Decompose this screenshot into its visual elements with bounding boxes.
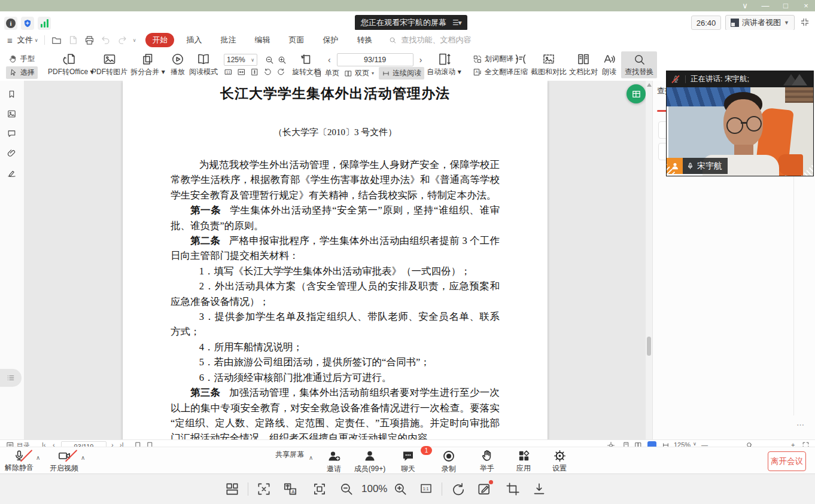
print-icon[interactable] [84,35,95,46]
open-folder-icon[interactable] [51,35,62,46]
fit-width-icon[interactable] [237,68,246,77]
banner-menu-icon[interactable]: ☰▾ [452,19,461,27]
actual-size-icon[interactable]: 1:1 [419,481,433,496]
pdf-to-office-button[interactable]: PDF转Office ▾ [48,52,91,77]
full-translate-button[interactable]: A 全文翻译 [473,67,513,77]
doc-compare-icon [576,52,591,66]
invite-button[interactable]: 邀请 [315,449,353,474]
meeting-security-button[interactable] [21,17,34,30]
settings-button[interactable]: 设置 [540,449,579,474]
record-button[interactable]: 录制 [430,449,468,474]
translate-icon[interactable]: A [282,481,298,497]
pdf-to-image-button[interactable]: PDF转图片 [91,52,128,77]
tab-edit[interactable]: 编辑 [248,33,276,47]
tab-annotate[interactable]: 批注 [214,33,242,47]
save-icon[interactable] [68,35,78,45]
pdf-viewport[interactable]: 长江大学学生集体外出活动管理办法 （长大学字〔2010〕3 号文件） 为规范我校… [24,81,652,439]
window-minimize-icon[interactable]: — [760,0,771,11]
rotate-right-icon[interactable] [276,68,285,77]
share-options-chevron[interactable]: ∧ [309,454,313,461]
comment-panel-icon[interactable] [7,129,17,139]
video-panel-header[interactable]: 正在讲话: 宋宇航; [667,71,813,87]
view-mode-button[interactable]: 演讲者视图 ▼ [725,15,795,30]
hand-tool-button[interactable]: 手型 [8,54,35,64]
read-aloud-button[interactable]: 朗读 [598,52,620,77]
chevron-down-icon[interactable]: ∨ [133,38,136,43]
window-collapse-icon[interactable]: ∨ [740,0,750,11]
continuous-read-button[interactable]: 连续阅读 [379,67,424,80]
command-search-box[interactable]: 查找功能、文档内容 [388,35,471,45]
window-maximize-icon[interactable]: □ [780,0,791,11]
zoom-out-icon[interactable] [264,55,275,65]
file-menu[interactable]: 文件 ∨ [17,35,38,45]
more-dots-icon[interactable]: ⋯ [796,420,805,429]
pdf-page[interactable]: 长江大学学生集体外出活动管理办法 （长大学字〔2010〕3 号文件） 为规范我校… [123,81,548,439]
play-button[interactable]: 播放 [166,52,189,77]
compress-button[interactable]: 压缩 [510,52,531,77]
cursor-icon [9,68,18,77]
screenshot-compare-button[interactable]: 截图和对比 [529,52,568,77]
fit-screen-icon[interactable] [312,481,327,497]
apps-button[interactable]: 应用 [504,449,543,474]
chat-button[interactable]: 1 聊天 [389,449,427,474]
prev-page-icon[interactable]: ‹ [328,55,331,65]
raise-hand-button[interactable]: 举手 [468,449,506,474]
catalog-pill-button[interactable] [0,369,22,387]
table-extract-floating-button[interactable] [627,84,646,103]
zoom-in-icon[interactable] [277,55,287,65]
speaker-video-panel[interactable]: 正在讲话: 宋宇航; 宋宇航 [666,71,814,176]
hamburger-menu-icon[interactable]: ≡ [7,35,13,45]
actual-size-icon[interactable]: 1:1 [224,68,233,77]
read-mode-button[interactable]: 阅读模式 [188,52,219,77]
layout-grid-icon[interactable] [224,481,240,497]
audio-options-chevron[interactable]: ∧ [36,454,40,461]
zoom-out-icon[interactable] [339,481,354,497]
undo-icon[interactable] [101,35,111,45]
find-replace-button[interactable]: 查找替换 [621,51,657,78]
tab-convert[interactable]: 转换 [350,33,379,47]
single-page-button[interactable]: 单页 [314,68,339,78]
members-button[interactable]: 成员(99+) [351,449,389,474]
auto-scroll-button[interactable]: 自动滚动 ▾ [426,52,462,77]
bookmark-icon[interactable] [7,89,17,99]
rotate-left-icon[interactable] [263,68,272,77]
image-panel-icon[interactable] [7,109,17,119]
zoom-level-select[interactable]: 125%∨ [224,54,257,66]
zoom-in-icon[interactable] [393,481,408,497]
chevron-down-icon[interactable]: ∨ [693,441,697,447]
tab-insert[interactable]: 插入 [180,33,208,47]
fit-page-icon[interactable] [250,68,259,77]
fullscreen-toggle-button[interactable] [798,16,811,29]
screen-watch-banner[interactable]: 您正在观看宋宇航的屏幕 ☰▾ [355,15,467,30]
tab-protect[interactable]: 保护 [316,33,345,47]
resize-handle[interactable] [801,164,813,176]
signature-icon[interactable] [7,168,17,178]
doc-compare-button[interactable]: 文档比对 [567,52,600,77]
scroll-up-arrow[interactable] [647,83,652,87]
window-close-icon[interactable]: × [801,0,811,11]
annotate-button[interactable] [476,481,492,497]
download-icon[interactable] [531,481,547,497]
select-tool-button[interactable]: 选择 [6,66,38,79]
tab-home[interactable]: 开始 [145,33,174,47]
crop-icon[interactable] [505,481,521,497]
meeting-info-button[interactable]: i [4,17,17,30]
double-page-button[interactable]: 双页 ▾ [344,68,374,78]
share-screen-button[interactable]: 共享屏幕 [270,449,309,460]
scrollbar-thumb[interactable] [647,337,651,356]
unmute-button[interactable]: 解除静音 [0,449,38,473]
leave-meeting-button[interactable]: 离开会议 [768,451,806,471]
speaker-video-feed[interactable]: 宋宇航 [667,87,813,176]
redo-icon[interactable] [117,35,127,45]
next-page-icon[interactable]: › [419,55,422,65]
page-indicator-input[interactable]: 93/119 [337,53,413,66]
attachment-icon[interactable] [7,148,17,158]
vertical-scrollbar[interactable] [646,81,652,439]
split-merge-button[interactable]: 拆分合并 ▾ [129,52,166,77]
video-options-chevron[interactable]: ∧ [81,454,85,461]
tab-page[interactable]: 页面 [282,33,311,47]
ocr-extract-icon[interactable] [256,481,272,497]
rotate-icon[interactable] [450,481,466,497]
network-signal-button[interactable] [38,17,51,30]
start-video-button[interactable]: 开启视频 [45,449,83,474]
